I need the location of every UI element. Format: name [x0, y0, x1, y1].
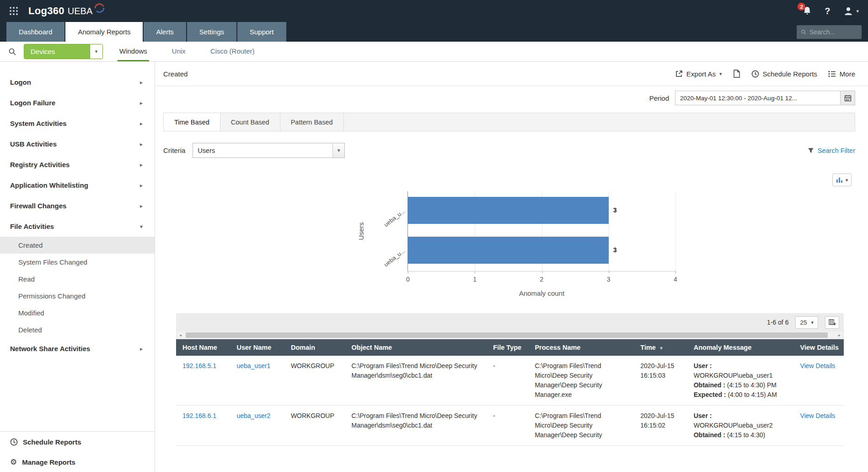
column-header-file-type[interactable]: File Type — [487, 339, 528, 356]
schedule-reports-button[interactable]: Schedule Reports — [751, 70, 817, 78]
chart-bar[interactable] — [408, 237, 609, 264]
sidebar-item-permissions-changed[interactable]: Permissions Changed — [0, 288, 155, 304]
criteria-select[interactable]: Users ▾ — [193, 143, 345, 158]
page-size-select[interactable]: 25 ▾ — [795, 316, 818, 329]
tab-pattern-based[interactable]: Pattern Based — [280, 113, 344, 131]
sidebar-item-read[interactable]: Read — [0, 271, 155, 288]
sidebar-item-modified[interactable]: Modified — [0, 304, 155, 321]
more-button[interactable]: More — [828, 70, 855, 78]
chevron-down-icon: ▾ — [90, 44, 102, 59]
global-search[interactable] — [797, 25, 862, 39]
nav-tab-anomaly-reports[interactable]: Anomaly Reports — [65, 22, 143, 42]
chevron-right-icon: ▸ — [140, 203, 143, 209]
axis-tick — [675, 271, 676, 273]
subnav-tab-windows[interactable]: Windows — [118, 42, 149, 61]
page-size-value: 25 — [800, 319, 807, 326]
apps-grid-icon[interactable] — [9, 6, 18, 16]
sidebar-item-logon[interactable]: Logon▸ — [0, 72, 155, 92]
device-type-tabs: Windows Unix Cisco (Router) — [118, 42, 278, 61]
chart-type-button[interactable]: ▾ — [832, 174, 852, 186]
sidebar-item-logon-failure[interactable]: Logon Failure▸ — [0, 92, 155, 113]
axis-tick-label: 2 — [540, 276, 544, 283]
column-header-domain[interactable]: Domain — [284, 339, 345, 356]
devices-dropdown[interactable]: Devices ▾ — [24, 44, 103, 59]
main-nav: Dashboard Anomaly Reports Alerts Setting… — [0, 22, 868, 42]
notifications-button[interactable]: 2 — [803, 6, 812, 16]
view-details-link[interactable]: View Details — [800, 412, 836, 419]
user-name-link[interactable]: ueba_user1 — [236, 362, 270, 369]
column-header-anomaly-message[interactable]: Anomaly Message — [687, 339, 794, 356]
nav-tab-settings[interactable]: Settings — [187, 22, 236, 42]
column-chooser-icon — [829, 319, 836, 326]
chevron-down-icon: ▾ — [856, 8, 859, 14]
sidebar-item-created[interactable]: Created — [0, 237, 155, 254]
subnav-tab-unix[interactable]: Unix — [170, 42, 188, 61]
device-search-icon[interactable] — [8, 48, 16, 56]
export-file-button[interactable] — [733, 70, 740, 78]
body-row: Logon▸ Logon Failure▸ System Activities▸… — [0, 62, 868, 472]
object-name-cell: C:\Program Files\Trend Micro\Deep Securi… — [345, 406, 487, 446]
tab-count-based[interactable]: Count Based — [220, 113, 280, 131]
column-chooser-button[interactable] — [825, 316, 839, 329]
column-header-time[interactable]: Time▼ — [634, 339, 687, 356]
sidebar-manage-reports[interactable]: ⚙ Manage Reports — [0, 452, 155, 472]
sidebar-item-label: Logon Failure — [10, 99, 55, 107]
host-name-link[interactable]: 192.168.5.1 — [182, 362, 216, 369]
scroll-right-arrow[interactable]: ▸ — [836, 331, 843, 339]
subnav-tab-cisco-router[interactable]: Cisco (Router) — [209, 42, 257, 61]
horizontal-scrollbar[interactable]: ◂ ▸ — [176, 331, 844, 339]
nav-tab-support[interactable]: Support — [237, 22, 286, 42]
view-details-link[interactable]: View Details — [800, 362, 836, 369]
chevron-right-icon: ▸ — [140, 79, 143, 86]
scroll-left-arrow[interactable]: ◂ — [177, 331, 184, 339]
global-search-input[interactable] — [809, 28, 857, 36]
calendar-button[interactable] — [841, 91, 855, 105]
chevron-right-icon: ▸ — [140, 100, 143, 106]
user-avatar-icon — [843, 5, 854, 16]
column-header-view-details[interactable]: View Details — [794, 339, 844, 356]
report-toolbar: Export As ▾ Schedule — [675, 70, 855, 78]
sidebar-spacer — [0, 359, 155, 431]
chevron-right-icon: ▸ — [140, 346, 143, 352]
chevron-right-icon: ▸ — [140, 141, 143, 147]
sidebar-item-firewall-changes[interactable]: Firewall Changes▸ — [0, 195, 155, 216]
criteria-row: Criteria Users ▾ Search Filter — [163, 143, 855, 158]
user-menu-button[interactable]: ▾ — [843, 5, 859, 16]
criteria-selected-value: Users — [193, 143, 332, 157]
export-as-button[interactable]: Export As ▾ — [675, 70, 722, 78]
host-name-link[interactable]: 192.168.6.1 — [182, 412, 216, 419]
sidebar-item-network-share-activities[interactable]: Network Share Activities▸ — [0, 338, 155, 359]
clock-icon — [751, 70, 759, 78]
sidebar-item-system-files-changed[interactable]: System Files Changed — [0, 254, 155, 271]
column-header-user-name[interactable]: User Name — [230, 339, 284, 356]
scrollbar-thumb[interactable] — [186, 332, 828, 338]
nav-tab-alerts[interactable]: Alerts — [144, 22, 186, 42]
sidebar-schedule-reports[interactable]: Schedule Reports — [0, 432, 155, 452]
chart-bar[interactable] — [408, 197, 609, 224]
sidebar-item-registry-activities[interactable]: Registry Activities▸ — [0, 154, 155, 175]
sidebar-item-usb-activities[interactable]: USB Activities▸ — [0, 134, 155, 154]
app-root: Log360 UEBA 2 ? ▾ — [0, 0, 868, 472]
period-range-input[interactable]: 2020-May-01 12:30:00 - 2020-Aug-01 12... — [675, 91, 841, 105]
sidebar-item-deleted[interactable]: Deleted — [0, 321, 155, 338]
export-icon — [675, 70, 683, 78]
column-header-host-name[interactable]: Host Name — [176, 339, 230, 356]
help-button[interactable]: ? — [825, 6, 830, 16]
axis-tick — [408, 271, 408, 273]
column-header-process-name[interactable]: Process Name — [528, 339, 634, 356]
export-as-label: Export As — [686, 70, 716, 78]
table-row: 192.168.5.1 ueba_user1 WORKGROUP C:\Prog… — [176, 356, 844, 406]
page-title: Created — [163, 70, 188, 78]
logo-sub: UEBA — [68, 6, 92, 16]
user-name-link[interactable]: ueba_user2 — [236, 412, 270, 419]
column-header-object-name[interactable]: Object Name — [345, 339, 487, 356]
file-type-cell: - — [487, 356, 528, 406]
search-filter-link[interactable]: Search Filter — [808, 147, 855, 154]
sidebar-item-label: Network Share Activities — [10, 345, 90, 353]
tab-time-based[interactable]: Time Based — [164, 113, 220, 131]
search-icon — [801, 29, 806, 35]
sidebar-item-file-activities[interactable]: File Activities▾ — [0, 216, 155, 237]
sidebar-item-application-whitelisting[interactable]: Application Whitelisting▸ — [0, 175, 155, 195]
sidebar-item-system-activities[interactable]: System Activities▸ — [0, 113, 155, 134]
nav-tab-dashboard[interactable]: Dashboard — [6, 22, 64, 42]
